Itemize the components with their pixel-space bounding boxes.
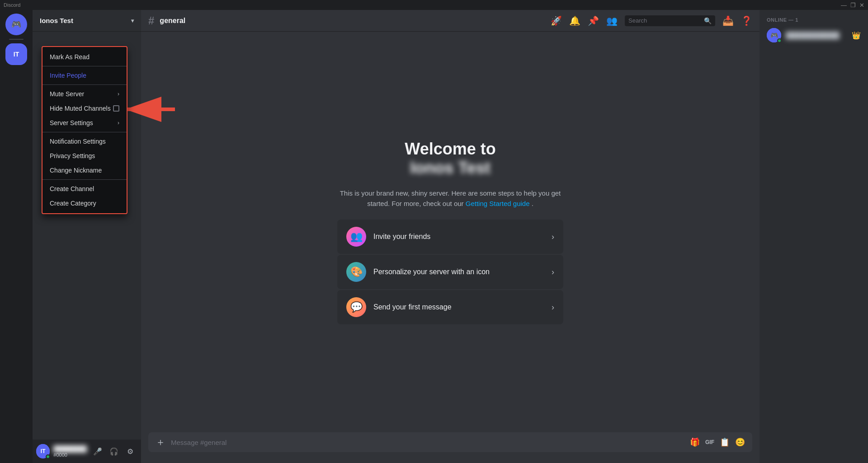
minimize-button[interactable]: — <box>841 2 847 9</box>
main-content: # general 🚀 🔔 📌 👥 Search 🔍 📥 ❓ Welcome t… <box>141 10 760 463</box>
personalize-server-icon: 🎨 <box>346 262 366 282</box>
gif-icon[interactable]: GIF <box>705 439 714 445</box>
member-badge: 👑 <box>852 31 861 40</box>
member-online-dot <box>777 38 782 43</box>
discord-logo-icon: 🎮 <box>11 19 21 29</box>
context-menu-hide-muted-channels[interactable]: Hide Muted Channels <box>42 101 127 116</box>
headset-button[interactable]: 🎧 <box>107 444 121 458</box>
search-icon: 🔍 <box>704 17 712 24</box>
context-menu-change-nickname[interactable]: Change Nickname <box>42 163 127 178</box>
chevron-right-icon-personalize: › <box>552 267 554 277</box>
restore-button[interactable]: ❐ <box>850 2 856 9</box>
context-menu-mute-server[interactable]: Mute Server › <box>42 87 127 101</box>
help-icon[interactable]: ❓ <box>741 15 752 26</box>
server-name: Ionos Test <box>40 17 73 24</box>
channel-sidebar: Ionos Test ▾ Mark As Read Invite People … <box>33 10 141 463</box>
user-discriminator: #0000 <box>53 452 87 458</box>
personalize-server-label: Personalize your server with an icon <box>373 268 544 276</box>
chevron-right-icon-mute: › <box>118 91 119 97</box>
send-message-icon: 💬 <box>346 297 366 317</box>
members-section-header: ONLINE — 1 <box>763 17 864 23</box>
chevron-down-icon: ▾ <box>131 18 134 24</box>
message-input-box: ＋ Message #general 🎁 GIF 📋 😊 <box>148 432 752 452</box>
chevron-right-icon-send: › <box>552 303 554 312</box>
app-container: 🎮 IT Ionos Test ▾ Mark As Read Invite Pe… <box>0 10 868 463</box>
server-icon-ionos-test[interactable]: IT <box>5 43 27 65</box>
emoji-icon[interactable]: 😊 <box>735 437 745 447</box>
message-input-area: ＋ Message #general 🎁 GIF 📋 😊 <box>141 432 760 463</box>
user-avatar: IT <box>36 444 50 458</box>
inbox-icon[interactable]: 📥 <box>722 15 734 26</box>
members-icon[interactable]: 👥 <box>606 15 618 26</box>
user-area: IT ████████ #0000 🎤 🎧 ⚙ <box>33 440 141 463</box>
search-placeholder: Search <box>628 17 701 24</box>
red-arrow-annotation <box>121 96 179 125</box>
channel-header: # general 🚀 🔔 📌 👥 Search 🔍 📥 ❓ <box>141 10 760 32</box>
context-menu-mark-as-read[interactable]: Mark As Read <box>42 50 127 64</box>
member-list-item[interactable]: 🎮 ████████████ 👑 <box>763 26 864 44</box>
settings-button[interactable]: ⚙ <box>123 444 137 458</box>
window-controls: — ❐ ✕ <box>841 2 864 9</box>
pin-icon[interactable]: 📌 <box>588 15 599 26</box>
send-message-card[interactable]: 💬 Send your first message › <box>337 290 563 324</box>
add-attachment-button[interactable]: ＋ <box>156 435 165 449</box>
chevron-right-icon-invite: › <box>552 232 554 242</box>
context-menu-divider-2 <box>42 84 127 85</box>
server-header[interactable]: Ionos Test ▾ <box>33 10 141 32</box>
header-tools: 🚀 🔔 📌 👥 Search 🔍 📥 ❓ <box>551 15 752 26</box>
context-menu-create-channel[interactable]: Create Channel <box>42 182 127 196</box>
chevron-right-icon-settings: › <box>118 120 119 126</box>
message-input[interactable]: Message #general <box>171 439 684 446</box>
hide-muted-checkbox[interactable] <box>113 105 119 112</box>
invite-friends-card[interactable]: 👥 Invite your friends › <box>337 220 563 254</box>
welcome-title: Welcome to <box>405 140 495 159</box>
username: ████████ <box>53 445 87 452</box>
channel-hash-icon: # <box>148 14 154 27</box>
action-cards: 👥 Invite your friends › 🎨 Personalize yo… <box>337 220 563 324</box>
members-sidebar: ONLINE — 1 🎮 ████████████ 👑 <box>760 10 868 463</box>
home-server-icon[interactable]: 🎮 <box>5 14 27 35</box>
welcome-area: Welcome to Ionos Test This is your brand… <box>141 32 760 432</box>
titlebar: Discord — ❐ ✕ <box>0 0 868 10</box>
welcome-server-name: Ionos Test <box>410 159 490 178</box>
server-list: 🎮 IT <box>0 10 33 463</box>
welcome-description: This is your brand new, shiny server. He… <box>337 188 563 209</box>
welcome-content: Welcome to Ionos Test This is your brand… <box>337 140 563 324</box>
channel-name-header: general <box>160 17 185 25</box>
context-menu-privacy-settings[interactable]: Privacy Settings <box>42 149 127 163</box>
context-menu-divider-4 <box>42 179 127 180</box>
member-name: ████████████ <box>786 32 840 39</box>
search-bar[interactable]: Search 🔍 <box>625 15 715 26</box>
context-menu: Mark As Read Invite People Mute Server ›… <box>42 46 127 214</box>
sticker-icon[interactable]: 📋 <box>720 437 730 447</box>
boost-icon[interactable]: 🚀 <box>551 15 562 26</box>
invite-friends-label: Invite your friends <box>373 233 544 241</box>
personalize-server-card[interactable]: 🎨 Personalize your server with an icon › <box>337 255 563 289</box>
context-menu-invite-people[interactable]: Invite People <box>42 68 127 83</box>
context-menu-divider-3 <box>42 132 127 132</box>
gift-icon[interactable]: 🎁 <box>690 437 700 447</box>
bell-icon[interactable]: 🔔 <box>569 15 580 26</box>
microphone-button[interactable]: 🎤 <box>90 444 105 458</box>
user-status-dot <box>46 454 50 459</box>
invite-friends-icon: 👥 <box>346 227 366 247</box>
user-info: ████████ #0000 <box>53 445 87 458</box>
context-menu-divider-1 <box>42 66 127 66</box>
message-input-tools: 🎁 GIF 📋 😊 <box>690 437 745 447</box>
app-title: Discord <box>4 2 20 8</box>
send-message-label: Send your first message <box>373 303 544 311</box>
server-initials: IT <box>14 51 19 58</box>
getting-started-link[interactable]: Getting Started guide <box>466 200 530 207</box>
close-button[interactable]: ✕ <box>859 2 864 9</box>
context-menu-server-settings[interactable]: Server Settings › <box>42 116 127 130</box>
member-avatar: 🎮 <box>767 28 781 42</box>
context-menu-notification-settings[interactable]: Notification Settings <box>42 134 127 149</box>
server-list-divider <box>9 39 24 40</box>
user-controls: 🎤 🎧 ⚙ <box>90 444 137 458</box>
context-menu-create-category[interactable]: Create Category <box>42 196 127 210</box>
